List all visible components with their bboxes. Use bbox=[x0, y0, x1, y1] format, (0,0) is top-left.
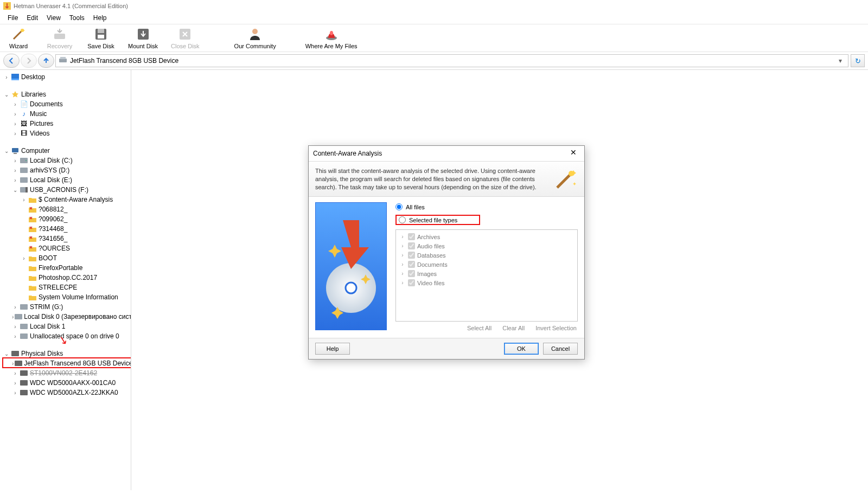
file-type-list: ›Archives ›Audio files ›Databases ›Docum… bbox=[395, 229, 578, 322]
svg-point-10 bbox=[330, 31, 333, 35]
tree-drive-reserved[interactable]: ›Local Disk 0 (Зарезервировано системой bbox=[10, 312, 130, 322]
mount-disk-button[interactable]: Mount Disk bbox=[128, 27, 158, 49]
svg-rect-5 bbox=[98, 35, 104, 39]
tree-drive-d[interactable]: ›arhivSYS (D:) bbox=[10, 165, 130, 175]
tree-unallocated[interactable]: ›Unallocated space 0 on drive 0 bbox=[10, 331, 130, 341]
clear-all-link[interactable]: Clear All bbox=[502, 325, 525, 331]
type-audio[interactable]: ›Audio files bbox=[399, 241, 574, 251]
radio-selected-types-input[interactable] bbox=[399, 216, 406, 223]
tree-folder[interactable]: ›BOOT bbox=[18, 253, 130, 263]
checkbox[interactable] bbox=[408, 279, 415, 286]
desktop-icon bbox=[11, 73, 20, 81]
tree-drive-e[interactable]: ›Local Disk (E:) bbox=[10, 175, 130, 185]
address-dropdown-icon[interactable]: ▾ bbox=[836, 57, 845, 65]
svg-rect-19 bbox=[20, 168, 28, 173]
collapse-icon[interactable]: ⌄ bbox=[3, 351, 10, 357]
collapse-icon[interactable]: ⌄ bbox=[12, 187, 18, 193]
address-bar[interactable]: JetFlash Transcend 8GB USB Device ▾ bbox=[55, 54, 848, 67]
documents-icon: 📄 bbox=[20, 100, 28, 108]
svg-rect-2 bbox=[54, 34, 65, 39]
tree-folder[interactable]: System Volume Information bbox=[18, 292, 130, 302]
siren-icon bbox=[324, 27, 339, 42]
tree-folder[interactable]: ?314468_ bbox=[18, 224, 130, 234]
tree-computer[interactable]: ⌄ Computer bbox=[1, 146, 130, 156]
svg-rect-29 bbox=[20, 370, 28, 376]
save-disk-icon bbox=[93, 27, 108, 42]
dialog-title: Content-Aware Analysis bbox=[313, 150, 382, 157]
type-video[interactable]: ›Video files bbox=[399, 278, 574, 287]
select-all-link[interactable]: Select All bbox=[467, 325, 492, 331]
radio-all-files[interactable]: All files bbox=[395, 202, 578, 211]
tree-desktop[interactable]: › Desktop bbox=[1, 72, 130, 82]
svg-rect-26 bbox=[20, 333, 28, 339]
tree-videos[interactable]: ›🎞Videos bbox=[10, 129, 130, 138]
close-icon[interactable]: ✕ bbox=[567, 148, 580, 159]
ok-button[interactable]: OK bbox=[504, 343, 539, 355]
folder-icon bbox=[28, 196, 37, 203]
tree-folder[interactable]: Photoshop.CC.2017 bbox=[18, 273, 130, 283]
collapse-icon[interactable]: ⌄ bbox=[3, 148, 10, 154]
back-button[interactable] bbox=[3, 54, 20, 68]
tree-music[interactable]: ›♪Music bbox=[10, 109, 130, 119]
svg-rect-12 bbox=[60, 57, 66, 59]
tree-drive-local1[interactable]: ›Local Disk 1 bbox=[10, 322, 130, 331]
tree-folder[interactable]: ›$ Content-Aware Analysis bbox=[18, 195, 130, 204]
tree-folder[interactable]: ?OURCES bbox=[18, 243, 130, 253]
hdd-icon bbox=[20, 157, 28, 164]
checkbox[interactable] bbox=[408, 242, 415, 249]
up-button[interactable] bbox=[38, 54, 54, 68]
tree-folder[interactable]: ?099062_ bbox=[18, 214, 130, 224]
checkbox[interactable] bbox=[408, 233, 415, 240]
close-disk-icon bbox=[177, 27, 193, 42]
menu-help[interactable]: Help bbox=[89, 13, 111, 23]
radio-all-files-input[interactable] bbox=[395, 203, 403, 210]
collapse-icon[interactable]: ⌄ bbox=[3, 92, 10, 98]
menu-edit[interactable]: Edit bbox=[22, 13, 42, 23]
community-icon bbox=[247, 27, 263, 42]
deleted-folder-icon bbox=[28, 235, 37, 242]
checkbox[interactable] bbox=[408, 270, 415, 277]
type-images[interactable]: ›Images bbox=[399, 269, 574, 278]
checkbox[interactable] bbox=[408, 261, 415, 268]
type-archives[interactable]: ›Archives bbox=[399, 232, 574, 241]
menu-file[interactable]: File bbox=[3, 13, 22, 23]
folder-icon bbox=[28, 274, 37, 281]
tree-folder[interactable]: ?068812_ bbox=[18, 204, 130, 214]
refresh-button[interactable]: ↻ bbox=[851, 54, 865, 67]
menu-tools[interactable]: Tools bbox=[65, 13, 89, 23]
videos-icon: 🎞 bbox=[20, 130, 28, 137]
checkbox[interactable] bbox=[408, 252, 415, 259]
wand-icon bbox=[553, 167, 578, 192]
tree-folder[interactable]: ?341656_ bbox=[18, 234, 130, 243]
wizard-button[interactable]: Wizard bbox=[4, 27, 33, 49]
forward-button[interactable] bbox=[21, 54, 37, 68]
annotation-highlight bbox=[2, 357, 131, 368]
tree-folder[interactable]: STRELECPE bbox=[18, 283, 130, 292]
tree-phys-st[interactable]: ›ST1000VN002-2E4162 bbox=[10, 368, 130, 378]
help-button[interactable]: Help bbox=[315, 343, 350, 355]
menu-view[interactable]: View bbox=[42, 13, 65, 23]
tree-pictures[interactable]: ›🖼Pictures bbox=[10, 119, 130, 129]
save-disk-button[interactable]: Save Disk bbox=[87, 27, 115, 49]
invert-selection-link[interactable]: Invert Selection bbox=[535, 325, 577, 331]
tree-phys-wdc2[interactable]: ›WDC WD5000AZLX-22JKKA0 bbox=[10, 388, 130, 397]
tree-drive-g[interactable]: ›STRIM (G:) bbox=[10, 302, 130, 312]
tree-documents[interactable]: ›📄Documents bbox=[10, 99, 130, 109]
tree-phys-wdc1[interactable]: ›WDC WD5000AAKX-001CA0 bbox=[10, 378, 130, 388]
folder-icon bbox=[28, 284, 37, 291]
svg-rect-31 bbox=[20, 390, 28, 395]
radio-selected-types[interactable]: Selected file types bbox=[395, 215, 480, 225]
tree-drive-c[interactable]: ›Local Disk (C:) bbox=[10, 156, 130, 165]
community-button[interactable]: Our Community bbox=[234, 27, 276, 49]
cancel-button[interactable]: Cancel bbox=[543, 343, 578, 355]
where-files-button[interactable]: Where Are My Files bbox=[305, 27, 358, 49]
tree-drive-f[interactable]: ⌄USB_ACRONIS (F:) bbox=[10, 185, 130, 195]
expand-icon[interactable]: › bbox=[3, 74, 10, 80]
recovery-button: Recovery bbox=[46, 27, 74, 49]
type-databases[interactable]: ›Databases bbox=[399, 251, 574, 260]
hdd-icon bbox=[20, 332, 28, 340]
tree-libraries[interactable]: ⌄ Libraries bbox=[1, 89, 130, 99]
type-documents[interactable]: ›Documents bbox=[399, 260, 574, 269]
tree-folder[interactable]: FirefoxPortable bbox=[18, 263, 130, 273]
svg-point-18 bbox=[25, 160, 27, 161]
